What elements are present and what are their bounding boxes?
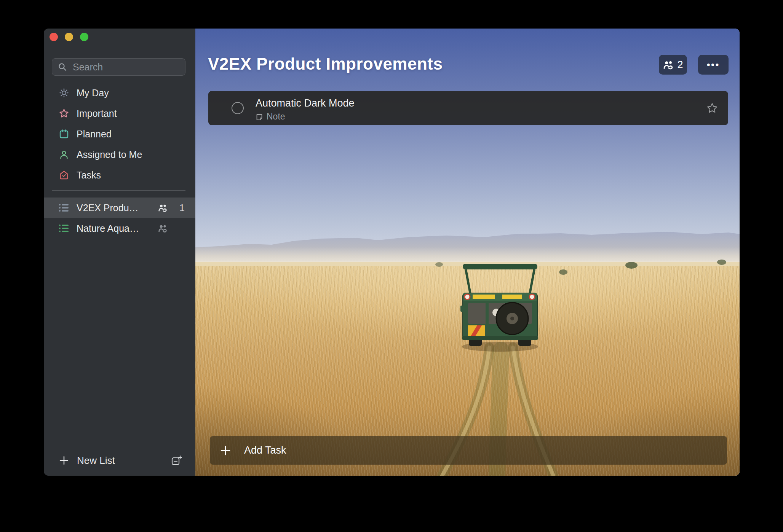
calendar-icon [59,129,69,139]
app-window: My Day Important Planned [44,29,740,476]
list-label: Nature Aqua… [77,223,139,234]
sidebar-item-label: My Day [77,88,109,99]
sidebar-item-label: Important [77,108,117,119]
safari-jeep [460,264,538,352]
plus-icon [59,455,69,466]
sidebar-item-planned[interactable]: Planned [44,124,195,144]
shared-people-icon [158,203,168,213]
sidebar-item-important[interactable]: Important [44,103,195,124]
sidebar-item-assigned-to-me[interactable]: Assigned to Me [44,144,195,165]
task-meta-label: Note [267,111,285,122]
search-input[interactable] [52,58,185,76]
members-count: 2 [677,59,683,71]
search-box [52,58,185,76]
main-panel: V2EX Product Improvements 2 ••• Automati… [195,29,740,476]
more-options-button[interactable]: ••• [698,55,729,75]
sidebar-divider [52,190,185,191]
header-buttons: 2 ••• [659,55,729,75]
house-check-icon [59,170,69,180]
close-window-button[interactable] [50,33,58,41]
add-task-label: Add Task [244,444,286,456]
list-icon [59,224,69,233]
sidebar: My Day Important Planned [44,29,195,476]
sidebar-list-nature[interactable]: Nature Aqua… [44,218,195,239]
new-list-button[interactable]: New List [77,455,115,467]
task-title: Automatic Dark Mode [256,97,355,109]
add-task-bar[interactable]: Add Task [210,436,727,465]
task-meta: Note [256,111,285,122]
sidebar-item-label: Assigned to Me [77,149,142,160]
people-icon [663,60,674,70]
person-icon [59,149,69,160]
task-row[interactable]: Automatic Dark Mode Note [208,91,728,125]
minimize-window-button[interactable] [65,33,73,41]
page-title: V2EX Product Improvements [208,54,443,73]
sun-icon [59,88,69,98]
sidebar-item-label: Planned [77,129,112,140]
sidebar-item-my-day[interactable]: My Day [44,83,195,103]
star-icon [59,108,69,119]
zoom-window-button[interactable] [80,33,88,41]
sidebar-footer: New List [44,449,195,472]
smart-lists: My Day Important Planned [44,83,195,185]
note-icon [256,113,263,121]
list-task-count: 1 [168,202,185,213]
plus-icon [220,445,231,456]
task-star-icon[interactable] [706,102,719,115]
task-checkbox[interactable] [232,102,244,114]
members-button[interactable]: 2 [659,55,687,75]
new-group-icon[interactable] [171,455,182,466]
list-icon [59,203,69,212]
user-lists: V2EX Produ… 1 [44,198,195,239]
list-label: V2EX Produ… [77,202,139,213]
ellipsis-icon: ••• [707,59,720,70]
sidebar-item-tasks[interactable]: Tasks [44,165,195,185]
sidebar-item-label: Tasks [77,170,101,181]
sidebar-list-v2ex[interactable]: V2EX Produ… 1 [44,198,195,218]
shared-people-icon [158,224,168,233]
